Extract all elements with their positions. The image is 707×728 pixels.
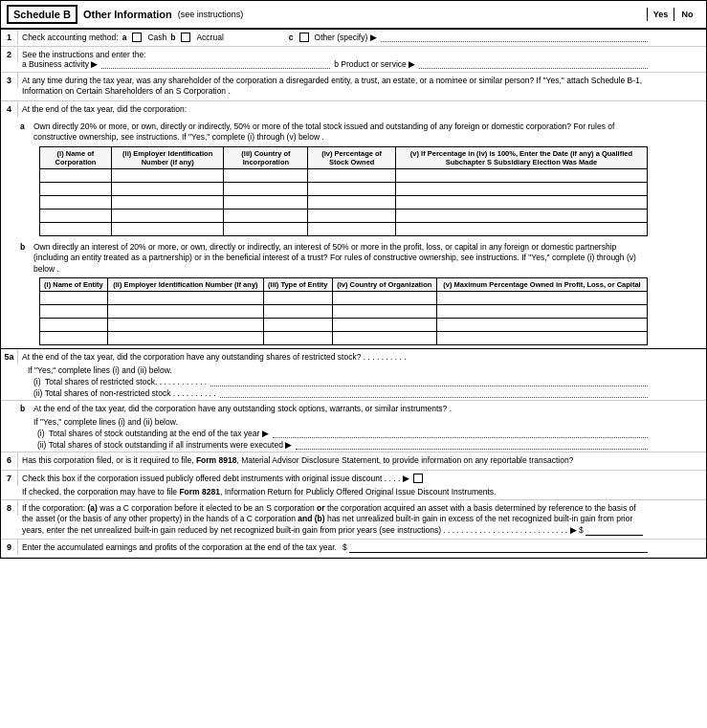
row-5a-ii: (ii) Total shares of non-restricted stoc… xyxy=(18,387,652,400)
row-9-value-line[interactable] xyxy=(349,543,648,553)
page-header: Schedule B Other Information (see instru… xyxy=(1,1,706,30)
row-1: 1 Check accounting method: a Cash b Accr… xyxy=(1,30,706,47)
row-5b-ii-label: (ii) Total shares of stock outstanding i… xyxy=(37,440,292,450)
row-8-text: If the corporation: (a) was a C corporat… xyxy=(18,500,652,539)
row-5b-i-label: (i) Total shares of stock outstanding at… xyxy=(37,429,269,438)
row-2-content: See the instructions and enter the: a Bu… xyxy=(18,47,652,72)
row-1-num: 1 xyxy=(1,30,18,45)
row-6: 6 Has this corporation filed, or is it r… xyxy=(1,452,706,470)
non-restricted-stock-line[interactable] xyxy=(220,388,648,398)
row-9-content: Enter the accumulated earnings and profi… xyxy=(18,540,652,556)
row-1-content: Check accounting method: a Cash b Accrua… xyxy=(18,30,652,45)
table-row[interactable] xyxy=(40,305,648,319)
row-5a-main-text: At the end of the tax year, did the corp… xyxy=(18,349,652,364)
row-1-label: Check accounting method: xyxy=(22,33,119,42)
row-5b-i: (i) Total shares of stock outstanding at… xyxy=(18,428,652,439)
row-4b-wrapper: b Own directly an interest of 20% or mor… xyxy=(18,239,652,348)
row-2b-label: b Product or service ▶ xyxy=(334,59,415,69)
row-2: 2 See the instructions and enter the: a … xyxy=(1,47,706,73)
row-4a-table-wrapper: (i) Name of Corporation (ii) Employer Id… xyxy=(18,146,652,239)
row-5a-ifyes: If "Yes," complete lines (i) and (ii) be… xyxy=(18,364,652,376)
row-3: 3 At any time during the tax year, was a… xyxy=(1,73,706,101)
row-9-dollar: $ xyxy=(342,542,347,553)
row-3-num: 3 xyxy=(1,73,18,88)
row-2-intro: See the instructions and enter the: xyxy=(22,50,648,59)
col-entity-name: (i) Name of Entity xyxy=(40,278,108,292)
row-7b-text: If checked, the corporation may have to … xyxy=(18,486,652,499)
col-country-org: (iv) Country of Organization xyxy=(332,278,436,292)
row-5a: 5a At the end of the tax year, did the c… xyxy=(1,348,706,400)
col-type-entity: (iii) Type of Entity xyxy=(264,278,333,292)
row-8-value-line[interactable] xyxy=(585,526,643,536)
row-4b-table: (i) Name of Entity (ii) Employer Identif… xyxy=(39,277,648,345)
row-6-num: 6 xyxy=(1,452,18,468)
row-5b-ii: (ii) Total shares of stock outstanding i… xyxy=(18,439,652,452)
row-2-items: a Business activity ▶ b Product or servi… xyxy=(22,59,648,69)
row-8: 8 If the corporation: (a) was a C corpor… xyxy=(1,499,706,540)
row-7: 7 Check this box if the corporation issu… xyxy=(1,471,706,499)
col-stock-owned: (iv) Percentage of Stock Owned xyxy=(308,146,396,168)
row-4a-table: (i) Name of Corporation (ii) Employer Id… xyxy=(39,146,648,236)
row-4a-wrapper: a Own directly 20% or more, or own, dire… xyxy=(18,119,652,239)
page-subtitle: (see instructions) xyxy=(178,10,244,19)
row-2-num: 2 xyxy=(1,47,18,62)
business-activity-line[interactable] xyxy=(101,59,330,69)
option-a-label: a xyxy=(122,33,127,42)
checkbox-accrual[interactable] xyxy=(181,33,190,42)
row-5a-i-label: (i) Total shares of restricted stock. . … xyxy=(33,377,207,386)
option-a-text: Cash xyxy=(147,33,166,42)
page-title: Other Information xyxy=(83,9,172,20)
col-subchapter-s: (v) If Percentage in (iv) is 100%, Enter… xyxy=(395,146,647,168)
table-row[interactable] xyxy=(40,332,648,345)
table-row[interactable] xyxy=(40,209,648,222)
row-4-intro: 4 At the end of the tax year, did the co… xyxy=(1,101,706,119)
yes-no-header: Yes No xyxy=(647,8,700,21)
other-specify-line[interactable] xyxy=(381,33,648,42)
option-b-label: b xyxy=(170,33,175,42)
col-corp-ein: (ii) Employer Identification Number (if … xyxy=(111,146,224,168)
row-7-num: 7 xyxy=(1,471,18,486)
row-5b-spacer xyxy=(1,401,18,407)
row-4b-letter: b xyxy=(18,239,32,254)
row-5a-num: 5a xyxy=(1,349,18,364)
table-row[interactable] xyxy=(40,195,648,209)
total-shares-eoy-line[interactable] xyxy=(273,429,648,438)
row-9-num: 9 xyxy=(1,540,18,555)
row-4-label: At the end of the tax year, did the corp… xyxy=(18,101,652,118)
row-5b-letter: b xyxy=(18,401,32,416)
row-7-main: Check this box if the corporation issued… xyxy=(18,471,652,486)
row-5b-text: At the end of the tax year, did the corp… xyxy=(32,401,652,416)
table-row[interactable] xyxy=(40,319,648,332)
row-4a-letter: a xyxy=(18,119,32,134)
row-5b-ifyes: If "Yes," complete lines (i) and (ii) be… xyxy=(18,416,652,428)
row-7-wrapper: Check this box if the corporation issued… xyxy=(18,471,652,499)
row-8-num: 8 xyxy=(1,500,18,516)
checkbox-cash[interactable] xyxy=(132,33,142,42)
checkbox-other[interactable] xyxy=(299,33,309,42)
row-3-label: At any time during the tax year, was any… xyxy=(18,73,652,100)
table-row[interactable] xyxy=(40,168,648,182)
table-row[interactable] xyxy=(40,182,648,195)
row-4b-text: Own directly an interest of 20% or more,… xyxy=(32,239,652,277)
table-row[interactable] xyxy=(40,222,648,235)
row-4a-main: a Own directly 20% or more, or own, dire… xyxy=(18,119,652,146)
schedule-b-page: Schedule B Other Information (see instru… xyxy=(0,0,707,559)
row-9-text: Enter the accumulated earnings and profi… xyxy=(22,542,337,553)
product-service-line[interactable] xyxy=(419,59,648,69)
row-4b: b Own directly an interest of 20% or mor… xyxy=(1,239,706,348)
yes-header: Yes xyxy=(647,8,674,21)
schedule-label: Schedule B xyxy=(7,5,77,24)
row-5a-wrapper: At the end of the tax year, did the corp… xyxy=(18,349,652,400)
checkbox-debt-instruments[interactable] xyxy=(413,474,423,483)
row-5a-ii-label: (ii) Total shares of non-restricted stoc… xyxy=(33,388,216,398)
col-corporation-name: (i) Name of Corporation xyxy=(40,146,112,168)
option-c-label: c xyxy=(232,33,294,42)
row-5b: b At the end of the tax year, did the co… xyxy=(1,400,706,452)
row-5b-main: b At the end of the tax year, did the co… xyxy=(18,401,652,416)
row-5b-wrapper: b At the end of the tax year, did the co… xyxy=(18,401,652,452)
total-shares-executed-line[interactable] xyxy=(296,440,648,450)
row-4-num: 4 xyxy=(1,101,18,117)
restricted-stock-line[interactable] xyxy=(210,377,648,386)
table-row[interactable] xyxy=(40,292,648,305)
row-6-text: Has this corporation filed, or is it req… xyxy=(18,452,652,469)
